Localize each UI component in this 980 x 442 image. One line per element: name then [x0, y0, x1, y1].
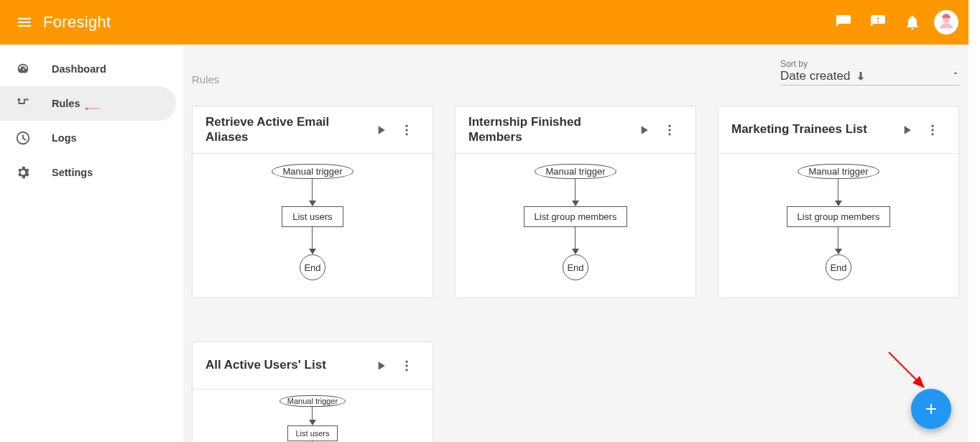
settings-icon	[14, 164, 32, 181]
svg-point-2	[18, 98, 21, 101]
flow-trigger-node: Manual trigger	[535, 164, 616, 179]
hamburger-icon	[16, 14, 33, 31]
play-icon	[637, 123, 651, 137]
rule-menu-button[interactable]	[920, 117, 946, 143]
more-vert-icon	[399, 359, 414, 373]
sidebar-item-rules[interactable]: Rules	[0, 86, 176, 121]
rule-menu-button[interactable]	[394, 353, 420, 379]
svg-point-7	[405, 133, 407, 135]
flow-trigger-node: Manual trigger	[798, 164, 879, 179]
svg-point-12	[931, 129, 933, 131]
plus-icon	[923, 400, 940, 418]
more-vert-icon	[925, 123, 940, 137]
rule-card[interactable]: Internship Finished Members Manual trigg…	[455, 106, 696, 298]
chat-icon	[835, 14, 852, 31]
svg-point-10	[668, 133, 670, 135]
rule-menu-button[interactable]	[657, 117, 683, 143]
flow-trigger-node: Manual trigger	[272, 164, 353, 179]
main-content: Rules Sort by Date created Retriev	[183, 45, 969, 442]
rule-flow: Manual trigger List group members End	[524, 164, 628, 280]
run-rule-button[interactable]	[894, 117, 920, 143]
dropdown-caret-icon	[951, 68, 960, 80]
sort-value: Date created	[780, 69, 850, 83]
sidebar-item-logs[interactable]: Logs	[0, 121, 183, 155]
menu-button[interactable]	[10, 8, 39, 37]
play-icon	[900, 123, 914, 137]
bell-icon	[904, 14, 921, 31]
sidebar-item-label: Settings	[52, 167, 93, 178]
rule-card-title: Retrieve Active Email Aliases	[205, 115, 368, 144]
sidebar-item-label: Dashboard	[52, 63, 106, 75]
run-rule-button[interactable]	[368, 117, 394, 143]
flow-action-node: List users	[287, 425, 337, 441]
add-rule-fab[interactable]	[911, 389, 951, 429]
svg-point-9	[668, 129, 670, 131]
svg-point-13	[931, 133, 933, 135]
flow-action-node: List users	[282, 206, 343, 227]
more-vert-icon	[399, 123, 414, 137]
rules-icon	[14, 95, 32, 112]
rule-flow: Manual trigger List group members End	[787, 164, 891, 280]
rule-card[interactable]: Marketing Trainees List Manual trigger L…	[718, 106, 959, 298]
dashboard-icon	[14, 60, 32, 78]
svg-marker-4	[85, 108, 88, 110]
page-scroll[interactable]: Foresight Dashboard Rules	[0, 0, 980, 442]
flow-action-node: List group members	[524, 206, 628, 227]
svg-point-11	[931, 124, 933, 126]
sort-label: Sort by	[780, 59, 960, 69]
notifications-button[interactable]	[895, 5, 930, 40]
app-title: Foresight	[43, 13, 111, 32]
svg-point-5	[405, 124, 407, 126]
sidebar: Dashboard Rules Logs Settings	[0, 45, 183, 442]
sidebar-item-dashboard[interactable]: Dashboard	[0, 52, 183, 86]
user-avatar[interactable]	[934, 10, 958, 34]
rule-card-title: Marketing Trainees List	[731, 122, 894, 137]
logs-icon	[14, 129, 32, 147]
svg-point-8	[668, 124, 670, 126]
annotation-arrow	[85, 101, 101, 116]
rule-card[interactable]: All Active Users' List Manual trigger Li…	[192, 341, 433, 442]
flow-end-node: End	[563, 254, 588, 280]
sort-dropdown[interactable]: Sort by Date created	[780, 59, 960, 86]
play-icon	[374, 359, 388, 373]
flow-end-node: End	[826, 254, 851, 280]
sidebar-item-label: Logs	[52, 132, 77, 144]
run-rule-button[interactable]	[631, 117, 657, 143]
more-vert-icon	[662, 123, 677, 137]
app-header: Foresight	[0, 0, 969, 45]
sidebar-item-label: Rules	[52, 98, 80, 109]
play-icon	[374, 123, 388, 137]
flow-end-node: End	[300, 254, 325, 280]
svg-point-15	[405, 364, 407, 367]
rule-flow: Manual trigger List users End	[272, 164, 353, 280]
rule-card-title: All Active Users' List	[205, 358, 368, 372]
run-rule-button[interactable]	[368, 353, 394, 379]
rule-card[interactable]: Retrieve Active Email Aliases Manual tri…	[192, 106, 433, 298]
flow-trigger-node: Manual trigger	[279, 395, 346, 407]
flow-action-node: List group members	[787, 206, 891, 227]
chat-button[interactable]	[826, 5, 861, 40]
rules-grid: Retrieve Active Email Aliases Manual tri…	[183, 86, 969, 442]
sort-direction-icon	[854, 70, 867, 83]
feedback-button[interactable]	[861, 5, 895, 40]
rule-flow: Manual trigger List users	[279, 395, 346, 442]
page-title: Rules	[192, 73, 219, 86]
svg-point-14	[405, 360, 407, 362]
rule-card-title: Internship Finished Members	[468, 115, 631, 144]
rule-menu-button[interactable]	[394, 117, 420, 143]
svg-point-16	[405, 369, 407, 371]
svg-point-6	[405, 129, 407, 131]
avatar-icon	[936, 12, 956, 32]
sidebar-item-settings[interactable]: Settings	[0, 155, 183, 190]
feedback-icon	[869, 14, 887, 31]
